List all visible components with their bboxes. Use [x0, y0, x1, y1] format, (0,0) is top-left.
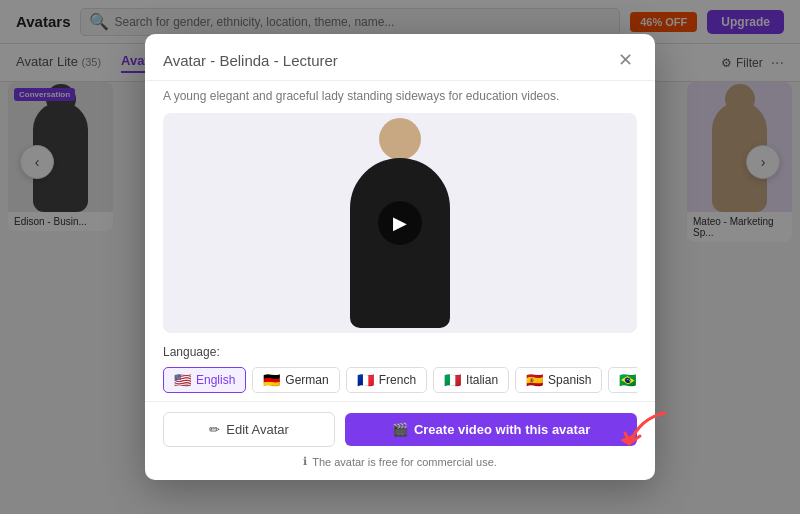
edit-icon: ✏ [209, 422, 220, 437]
modal-title: Avatar - Belinda - Lecturer [163, 52, 338, 69]
avatar-modal: Avatar - Belinda - Lecturer ✕ A young el… [145, 34, 655, 480]
footer-note: ℹ The avatar is free for commercial use. [163, 455, 637, 468]
create-video-button[interactable]: 🎬 Create video with this avatar [345, 413, 637, 446]
flag-fr: 🇫🇷 [357, 372, 374, 388]
flag-pt: 🇧🇷 [619, 372, 636, 388]
lang-chip-italian[interactable]: 🇮🇹 Italian [433, 367, 509, 393]
modal-header: Avatar - Belinda - Lecturer ✕ [145, 34, 655, 81]
lang-chip-spanish[interactable]: 🇪🇸 Spanish [515, 367, 602, 393]
language-options: 🇺🇸 English 🇩🇪 German 🇫🇷 French 🇮🇹 Italia… [163, 367, 637, 393]
modal-backdrop: Avatar - Belinda - Lecturer ✕ A young el… [0, 0, 800, 514]
video-preview: ▶ [163, 113, 637, 333]
arrow-indicator [610, 408, 670, 462]
lang-chip-french[interactable]: 🇫🇷 French [346, 367, 427, 393]
play-button[interactable]: ▶ [378, 201, 422, 245]
lang-chip-portuguese[interactable]: 🇧🇷 Portuguese [608, 367, 637, 393]
language-label: Language: [163, 345, 637, 359]
info-icon: ℹ [303, 455, 307, 468]
video-icon: 🎬 [392, 422, 408, 437]
lang-chip-german[interactable]: 🇩🇪 German [252, 367, 339, 393]
modal-subtitle: A young elegant and graceful lady standi… [145, 81, 655, 113]
modal-footer: ✏ Edit Avatar 🎬 Create video with this a… [145, 401, 655, 480]
language-section: Language: 🇺🇸 English 🇩🇪 German 🇫🇷 French [145, 333, 655, 401]
edit-avatar-button[interactable]: ✏ Edit Avatar [163, 412, 335, 447]
modal-close-button[interactable]: ✕ [613, 48, 637, 72]
flag-it: 🇮🇹 [444, 372, 461, 388]
flag-de: 🇩🇪 [263, 372, 280, 388]
avatar-head [379, 118, 421, 160]
footer-buttons: ✏ Edit Avatar 🎬 Create video with this a… [163, 412, 637, 447]
flag-es: 🇪🇸 [526, 372, 543, 388]
arrow-svg [610, 408, 670, 458]
flag-us: 🇺🇸 [174, 372, 191, 388]
lang-chip-english[interactable]: 🇺🇸 English [163, 367, 246, 393]
